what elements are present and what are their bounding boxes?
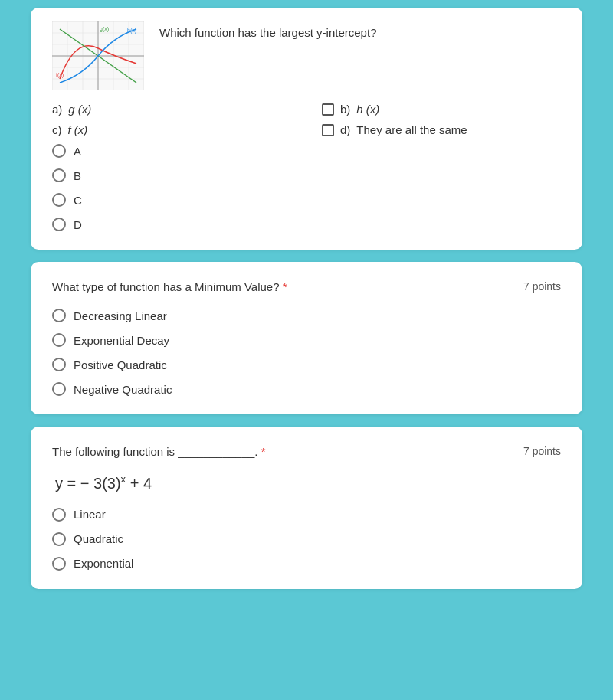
q2-option-4[interactable]: Negative Quadratic (52, 382, 561, 396)
radio-option-A[interactable]: A (52, 144, 561, 158)
option-b-checkbox[interactable] (322, 103, 334, 116)
radio-option-D[interactable]: D (52, 218, 561, 231)
q2-radio-4[interactable] (52, 382, 66, 396)
func-y-equals: y = − 3(3) (55, 475, 121, 492)
q3-title: The following function is ____________. … (52, 445, 523, 458)
svg-text:f(x): f(x) (56, 72, 64, 78)
svg-text:g(x): g(x) (100, 26, 109, 32)
radio-option-C[interactable]: C (52, 193, 561, 207)
option-d[interactable]: d) They are all the same (322, 123, 561, 136)
q2-option-3[interactable]: Positive Quadratic (52, 358, 561, 371)
option-c[interactable]: c) f (x) (52, 123, 291, 136)
radio-B-label: B (74, 169, 81, 182)
question-3-card: The following function is ____________. … (31, 427, 582, 589)
q2-required: * (283, 280, 287, 293)
q3-option-1[interactable]: Linear (52, 508, 561, 522)
radio-option-B[interactable]: B (52, 168, 561, 182)
option-a-label: g (x) (68, 103, 91, 116)
q3-option-2[interactable]: Quadratic (52, 532, 561, 546)
q3-option-3[interactable]: Exponential (52, 557, 561, 571)
function-equation: y = − 3(3)x + 4 (52, 473, 561, 492)
radio-D-label: D (74, 218, 82, 231)
q2-radio-2[interactable] (52, 333, 66, 347)
option-d-label: They are all the same (356, 123, 467, 136)
radio-options-group: A B C D (52, 144, 561, 231)
q2-radio-1[interactable] (52, 309, 66, 322)
option-a[interactable]: a) g (x) (52, 103, 291, 116)
radio-C-circle[interactable] (52, 193, 66, 207)
q2-text: What type of function has a Minimum Valu… (52, 280, 280, 293)
radio-B-circle[interactable] (52, 168, 66, 182)
radio-A-circle[interactable] (52, 144, 66, 158)
q3-header: The following function is ____________. … (52, 445, 561, 458)
q2-option-3-label: Positive Quadratic (74, 358, 167, 371)
q2-radio-3[interactable] (52, 358, 66, 371)
q3-radio-2[interactable] (52, 532, 66, 546)
q2-option-2[interactable]: Exponential Decay (52, 333, 561, 347)
q2-title: What type of function has a Minimum Valu… (52, 280, 523, 293)
q2-option-4-label: Negative Quadratic (74, 383, 172, 396)
q3-option-1-label: Linear (74, 508, 106, 521)
q3-option-3-label: Exponential (74, 557, 133, 570)
question-2-card: What type of function has a Minimum Valu… (31, 262, 582, 414)
option-d-checkbox[interactable] (322, 124, 334, 136)
q2-option-2-label: Exponential Decay (74, 334, 169, 347)
q3-text: The following function is ____________. (52, 445, 258, 458)
radio-A-label: A (74, 145, 81, 158)
q2-options: Decreasing Linear Exponential Decay Posi… (52, 309, 561, 396)
radio-C-label: C (74, 194, 82, 207)
q3-points: 7 points (523, 445, 561, 457)
q3-options: Linear Quadratic Exponential (52, 508, 561, 571)
svg-text:h(x): h(x) (127, 28, 136, 34)
func-plus-4: + 4 (126, 475, 152, 492)
option-c-label: f (x) (68, 123, 88, 136)
q2-points: 7 points (523, 280, 561, 293)
q3-option-2-label: Quadratic (74, 532, 123, 545)
option-b-label: h (x) (356, 103, 379, 116)
option-b[interactable]: b) h (x) (322, 103, 561, 116)
graph-image: g(x) f(x) h(x) (52, 21, 144, 90)
q1-text: Which function has the largest y-interce… (159, 21, 376, 39)
q3-radio-3[interactable] (52, 557, 66, 571)
q3-required: * (261, 445, 266, 458)
radio-D-circle[interactable] (52, 218, 66, 231)
q2-option-1-label: Decreasing Linear (74, 309, 167, 322)
question-1-card: g(x) f(x) h(x) Which function has the la… (31, 8, 582, 250)
q3-radio-1[interactable] (52, 508, 66, 522)
q2-header: What type of function has a Minimum Valu… (52, 280, 561, 293)
q2-option-1[interactable]: Decreasing Linear (52, 309, 561, 322)
